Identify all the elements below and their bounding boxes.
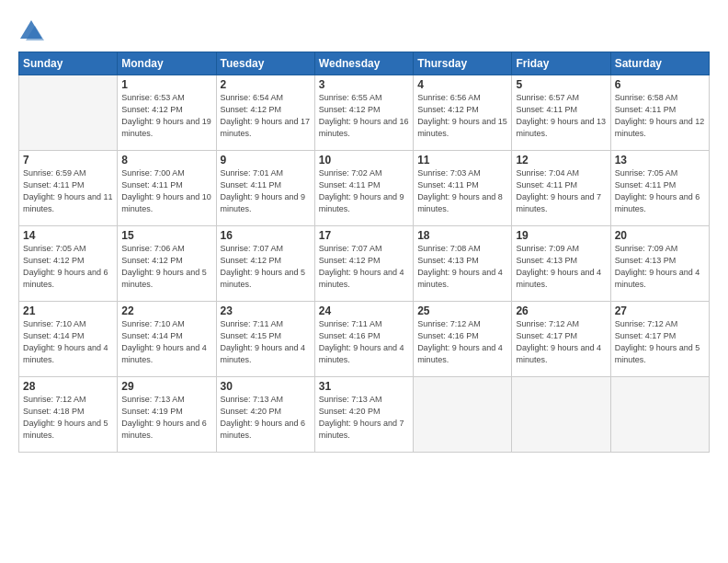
calendar-day-cell: 18Sunrise: 7:08 AMSunset: 4:13 PMDayligh… (414, 226, 512, 302)
calendar-day-cell: 24Sunrise: 7:11 AMSunset: 4:16 PMDayligh… (314, 302, 413, 377)
calendar-day-cell (19, 75, 118, 151)
day-info: Sunrise: 7:07 AMSunset: 4:12 PMDaylight:… (319, 243, 409, 291)
day-number: 3 (319, 78, 409, 91)
day-info: Sunrise: 6:53 AMSunset: 4:12 PMDaylight:… (121, 92, 211, 140)
day-info: Sunrise: 7:13 AMSunset: 4:20 PMDaylight:… (319, 394, 409, 442)
day-number: 25 (417, 304, 507, 317)
day-info: Sunrise: 6:58 AMSunset: 4:11 PMDaylight:… (615, 92, 705, 140)
calendar-header-friday: Friday (512, 52, 610, 75)
calendar-day-cell: 3Sunrise: 6:55 AMSunset: 4:12 PMDaylight… (314, 75, 413, 151)
calendar-week-row: 14Sunrise: 7:05 AMSunset: 4:12 PMDayligh… (19, 226, 710, 302)
calendar-day-cell: 16Sunrise: 7:07 AMSunset: 4:12 PMDayligh… (216, 226, 314, 302)
calendar-table: SundayMondayTuesdayWednesdayThursdayFrid… (18, 52, 710, 453)
calendar-day-cell: 11Sunrise: 7:03 AMSunset: 4:11 PMDayligh… (414, 151, 512, 226)
day-number: 17 (319, 229, 409, 242)
calendar-day-cell (512, 377, 610, 453)
day-info: Sunrise: 7:01 AMSunset: 4:11 PMDaylight:… (221, 167, 311, 215)
day-number: 20 (615, 229, 705, 242)
day-number: 14 (23, 229, 113, 242)
calendar-day-cell: 29Sunrise: 7:13 AMSunset: 4:19 PMDayligh… (118, 377, 216, 453)
day-info: Sunrise: 7:13 AMSunset: 4:19 PMDaylight:… (121, 394, 211, 442)
day-number: 27 (615, 304, 705, 317)
day-info: Sunrise: 7:04 AMSunset: 4:11 PMDaylight:… (516, 167, 606, 215)
day-info: Sunrise: 7:12 AMSunset: 4:16 PMDaylight:… (417, 318, 507, 366)
day-number: 31 (319, 380, 409, 393)
day-number: 6 (615, 78, 705, 91)
calendar-week-row: 7Sunrise: 6:59 AMSunset: 4:11 PMDaylight… (19, 151, 710, 226)
day-number: 22 (121, 304, 211, 317)
calendar-day-cell: 21Sunrise: 7:10 AMSunset: 4:14 PMDayligh… (19, 302, 118, 377)
calendar-header-sunday: Sunday (19, 52, 118, 75)
day-info: Sunrise: 7:09 AMSunset: 4:13 PMDaylight:… (615, 243, 705, 291)
day-number: 4 (417, 78, 507, 91)
day-info: Sunrise: 7:11 AMSunset: 4:15 PMDaylight:… (221, 318, 311, 366)
day-number: 19 (516, 229, 606, 242)
calendar-day-cell: 15Sunrise: 7:06 AMSunset: 4:12 PMDayligh… (118, 226, 216, 302)
calendar-day-cell: 10Sunrise: 7:02 AMSunset: 4:11 PMDayligh… (314, 151, 413, 226)
calendar-day-cell: 13Sunrise: 7:05 AMSunset: 4:11 PMDayligh… (610, 151, 709, 226)
day-info: Sunrise: 7:10 AMSunset: 4:14 PMDaylight:… (121, 318, 211, 366)
day-number: 29 (121, 380, 211, 393)
calendar-week-row: 21Sunrise: 7:10 AMSunset: 4:14 PMDayligh… (19, 302, 710, 377)
calendar-week-row: 1Sunrise: 6:53 AMSunset: 4:12 PMDaylight… (19, 75, 710, 151)
page: SundayMondayTuesdayWednesdayThursdayFrid… (0, 0, 728, 563)
day-number: 9 (221, 154, 311, 167)
calendar-week-row: 28Sunrise: 7:12 AMSunset: 4:18 PMDayligh… (19, 377, 710, 453)
day-info: Sunrise: 7:09 AMSunset: 4:13 PMDaylight:… (516, 243, 606, 291)
calendar-day-cell: 19Sunrise: 7:09 AMSunset: 4:13 PMDayligh… (512, 226, 610, 302)
day-info: Sunrise: 7:00 AMSunset: 4:11 PMDaylight:… (121, 167, 211, 215)
day-info: Sunrise: 7:12 AMSunset: 4:17 PMDaylight:… (615, 318, 705, 366)
calendar-day-cell: 1Sunrise: 6:53 AMSunset: 4:12 PMDaylight… (118, 75, 216, 151)
day-info: Sunrise: 7:05 AMSunset: 4:11 PMDaylight:… (615, 167, 705, 215)
calendar-header-saturday: Saturday (610, 52, 709, 75)
day-number: 2 (221, 78, 311, 91)
day-info: Sunrise: 7:06 AMSunset: 4:12 PMDaylight:… (121, 243, 211, 291)
calendar-day-cell: 14Sunrise: 7:05 AMSunset: 4:12 PMDayligh… (19, 226, 118, 302)
calendar-day-cell: 20Sunrise: 7:09 AMSunset: 4:13 PMDayligh… (610, 226, 709, 302)
day-info: Sunrise: 6:57 AMSunset: 4:11 PMDaylight:… (516, 92, 606, 140)
calendar-day-cell: 2Sunrise: 6:54 AMSunset: 4:12 PMDaylight… (216, 75, 314, 151)
day-number: 26 (516, 304, 606, 317)
calendar-day-cell: 23Sunrise: 7:11 AMSunset: 4:15 PMDayligh… (216, 302, 314, 377)
calendar-day-cell: 26Sunrise: 7:12 AMSunset: 4:17 PMDayligh… (512, 302, 610, 377)
day-number: 24 (319, 304, 409, 317)
day-info: Sunrise: 7:05 AMSunset: 4:12 PMDaylight:… (23, 243, 113, 291)
day-info: Sunrise: 7:11 AMSunset: 4:16 PMDaylight:… (319, 318, 409, 366)
day-number: 1 (121, 78, 211, 91)
day-number: 7 (23, 154, 113, 167)
day-number: 5 (516, 78, 606, 91)
day-number: 15 (121, 229, 211, 242)
calendar-day-cell: 6Sunrise: 6:58 AMSunset: 4:11 PMDaylight… (610, 75, 709, 151)
calendar-day-cell: 5Sunrise: 6:57 AMSunset: 4:11 PMDaylight… (512, 75, 610, 151)
day-number: 10 (319, 154, 409, 167)
calendar-day-cell: 28Sunrise: 7:12 AMSunset: 4:18 PMDayligh… (19, 377, 118, 453)
day-number: 16 (221, 229, 311, 242)
day-info: Sunrise: 7:02 AMSunset: 4:11 PMDaylight:… (319, 167, 409, 215)
calendar-day-cell: 30Sunrise: 7:13 AMSunset: 4:20 PMDayligh… (216, 377, 314, 453)
calendar-day-cell: 12Sunrise: 7:04 AMSunset: 4:11 PMDayligh… (512, 151, 610, 226)
day-number: 23 (221, 304, 311, 317)
calendar-day-cell: 17Sunrise: 7:07 AMSunset: 4:12 PMDayligh… (314, 226, 413, 302)
calendar-day-cell (610, 377, 709, 453)
calendar-day-cell: 25Sunrise: 7:12 AMSunset: 4:16 PMDayligh… (414, 302, 512, 377)
day-info: Sunrise: 7:12 AMSunset: 4:17 PMDaylight:… (516, 318, 606, 366)
day-info: Sunrise: 6:59 AMSunset: 4:11 PMDaylight:… (23, 167, 113, 215)
day-number: 18 (417, 229, 507, 242)
calendar-header-monday: Monday (118, 52, 216, 75)
calendar-day-cell: 27Sunrise: 7:12 AMSunset: 4:17 PMDayligh… (610, 302, 709, 377)
day-info: Sunrise: 7:10 AMSunset: 4:14 PMDaylight:… (23, 318, 113, 366)
calendar-day-cell: 7Sunrise: 6:59 AMSunset: 4:11 PMDaylight… (19, 151, 118, 226)
calendar-day-cell: 31Sunrise: 7:13 AMSunset: 4:20 PMDayligh… (314, 377, 413, 453)
calendar-day-cell: 22Sunrise: 7:10 AMSunset: 4:14 PMDayligh… (118, 302, 216, 377)
day-info: Sunrise: 7:12 AMSunset: 4:18 PMDaylight:… (23, 394, 113, 442)
day-info: Sunrise: 7:08 AMSunset: 4:13 PMDaylight:… (417, 243, 507, 291)
day-info: Sunrise: 6:55 AMSunset: 4:12 PMDaylight:… (319, 92, 409, 140)
day-number: 13 (615, 154, 705, 167)
calendar-header-thursday: Thursday (414, 52, 512, 75)
calendar-day-cell (414, 377, 512, 453)
day-info: Sunrise: 6:54 AMSunset: 4:12 PMDaylight:… (221, 92, 311, 140)
day-info: Sunrise: 7:03 AMSunset: 4:11 PMDaylight:… (417, 167, 507, 215)
calendar-day-cell: 4Sunrise: 6:56 AMSunset: 4:12 PMDaylight… (414, 75, 512, 151)
calendar-day-cell: 9Sunrise: 7:01 AMSunset: 4:11 PMDaylight… (216, 151, 314, 226)
day-number: 8 (121, 154, 211, 167)
